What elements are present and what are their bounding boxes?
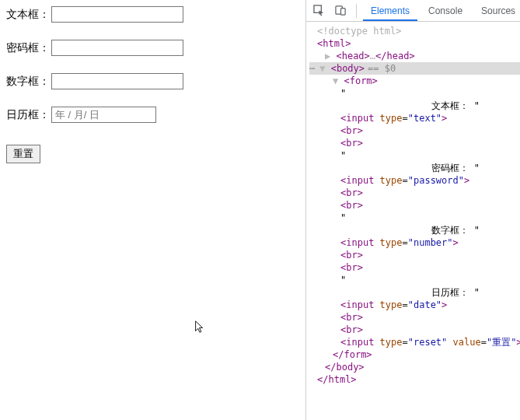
devtools-toolbar: Elements Console Sources [306, 0, 520, 22]
dom-node[interactable]: <br> [309, 311, 520, 324]
tab-elements[interactable]: Elements [363, 1, 417, 21]
password-input[interactable] [51, 40, 183, 56]
field-row: 数字框： [6, 73, 299, 89]
number-field-label: 数字框： [6, 75, 51, 89]
text-field-label: 文本框： [6, 8, 51, 22]
dom-text-node[interactable]: 密码框： " [309, 162, 520, 174]
dom-node[interactable]: ▼ <form> [309, 75, 520, 87]
field-row: 密码框： [6, 40, 299, 56]
dom-node[interactable]: <br> [309, 187, 520, 199]
dom-text-node[interactable]: " [309, 212, 520, 224]
dom-node[interactable]: <html> [309, 37, 520, 50]
dom-node[interactable]: </body> [309, 361, 520, 373]
dom-node[interactable]: <input type="reset" value="重置"> [309, 336, 520, 348]
tab-console[interactable]: Console [421, 1, 470, 21]
rendered-page: 文本框： 密码框： 数字框： 日历框： 重置 [0, 0, 305, 420]
dom-node[interactable]: <br> [309, 261, 520, 274]
toolbar-separator [356, 4, 357, 18]
text-input[interactable] [51, 6, 183, 23]
svg-rect-2 [340, 9, 345, 15]
dom-text-node[interactable]: 日历框： " [309, 286, 520, 299]
dom-text-node[interactable]: " [309, 274, 520, 286]
dom-node[interactable]: <br> [309, 199, 520, 212]
dom-node[interactable]: </form> [309, 348, 520, 361]
dom-node[interactable]: <!doctype html> [309, 25, 520, 37]
reset-button[interactable]: 重置 [6, 145, 40, 163]
date-field-label: 日历框： [6, 108, 51, 122]
dom-tree[interactable]: <!doctype html> <html> ▶ <head>…</head> … [306, 22, 520, 420]
dom-text-node[interactable]: 文本框： " [309, 100, 520, 112]
dom-node[interactable]: <input type="text"> [309, 112, 520, 124]
device-toolbar-icon[interactable] [331, 2, 350, 20]
dom-text-node[interactable]: " [309, 87, 520, 100]
dom-node-selected[interactable]: ⋯▼ <body>== $0 [309, 62, 520, 75]
field-row: 日历框： [6, 107, 299, 123]
dom-node[interactable]: <input type="number"> [309, 236, 520, 249]
mouse-cursor-icon [194, 320, 205, 334]
dom-node[interactable]: ▶ <head>…</head> [309, 50, 520, 62]
demo-form: 文本框： 密码框： 数字框： 日历框： 重置 [6, 6, 299, 163]
tab-sources[interactable]: Sources [473, 1, 520, 21]
inspect-element-icon[interactable] [309, 2, 328, 20]
devtools-panel: Elements Console Sources <!doctype html>… [305, 0, 520, 420]
dom-node[interactable]: <br> [309, 324, 520, 336]
field-row: 文本框： [6, 6, 299, 23]
dom-node[interactable]: <br> [309, 249, 520, 261]
date-input[interactable] [51, 107, 156, 123]
number-input[interactable] [51, 73, 183, 89]
dom-text-node[interactable]: " [309, 149, 520, 162]
dom-node[interactable]: <br> [309, 124, 520, 137]
dom-node[interactable]: </html> [309, 373, 520, 386]
dom-text-node[interactable]: 数字框： " [309, 224, 520, 236]
dom-node[interactable]: <input type="password"> [309, 174, 520, 187]
password-field-label: 密码框： [6, 41, 51, 55]
dom-node[interactable]: <br> [309, 137, 520, 149]
dom-node[interactable]: <input type="date"> [309, 299, 520, 311]
